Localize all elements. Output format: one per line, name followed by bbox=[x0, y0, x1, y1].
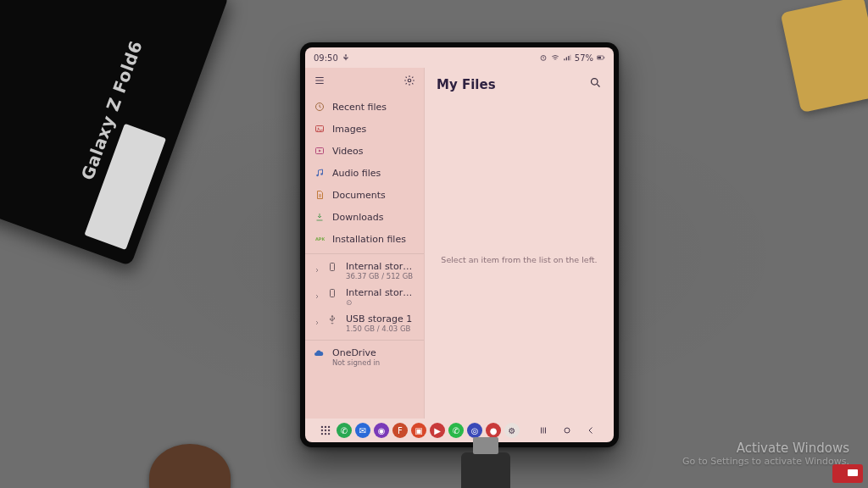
svg-rect-2 bbox=[598, 57, 601, 59]
sidebar-item-images[interactable]: Images bbox=[305, 118, 424, 140]
divider bbox=[305, 340, 424, 341]
sidebar-item-downloads[interactable]: Downloads bbox=[305, 206, 424, 228]
sidebar-item-documents[interactable]: Documents bbox=[305, 184, 424, 206]
storage-sub: 1.50 GB / 4.03 GB bbox=[346, 324, 412, 333]
svg-rect-3 bbox=[604, 57, 604, 58]
taskbar: ✆✉◉F▣▶✆◎●⚙ bbox=[305, 419, 614, 442]
svg-point-18 bbox=[321, 430, 323, 431]
nav-home[interactable] bbox=[557, 423, 577, 438]
svg-rect-13 bbox=[331, 290, 335, 297]
page-title: My Files bbox=[437, 77, 496, 92]
sidebar-item-label: Audio files bbox=[332, 168, 381, 179]
usb-adapter bbox=[461, 452, 510, 488]
svg-point-24 bbox=[565, 428, 570, 433]
battery-icon bbox=[597, 53, 605, 62]
svg-point-22 bbox=[325, 433, 326, 435]
nav-back[interactable] bbox=[581, 423, 601, 438]
sidebar-item-installation-files[interactable]: APKInstallation files bbox=[305, 228, 424, 250]
main-panel: My Files Select an item from the list on… bbox=[425, 68, 614, 419]
apps-button[interactable] bbox=[318, 423, 333, 438]
svg-point-21 bbox=[321, 433, 323, 435]
taskbar-app-5[interactable]: ▶ bbox=[430, 423, 445, 438]
taskbar-app-0[interactable]: ✆ bbox=[337, 423, 352, 438]
svg-point-14 bbox=[592, 79, 598, 86]
clock-icon bbox=[314, 101, 326, 113]
divider bbox=[305, 253, 424, 254]
sidebar-item-label: Recent files bbox=[332, 102, 387, 113]
svg-rect-12 bbox=[331, 263, 335, 271]
device-screen: 09:50 57% Recent filesIma bbox=[305, 47, 614, 442]
svg-point-19 bbox=[325, 430, 326, 431]
sidebar: Recent filesImagesVideosAudio filesDocum… bbox=[305, 68, 425, 419]
sidebar-item-videos[interactable]: Videos bbox=[305, 140, 424, 162]
svg-point-4 bbox=[408, 79, 411, 82]
cloud-icon bbox=[314, 347, 326, 361]
watermark-line1: Activate Windows bbox=[682, 441, 849, 457]
sidebar-item-recent-files[interactable]: Recent files bbox=[305, 96, 424, 118]
svg-point-20 bbox=[328, 430, 330, 431]
storage-label: USB storage 1 bbox=[346, 313, 412, 324]
phone-icon bbox=[327, 261, 339, 274]
status-bar: 09:50 57% bbox=[305, 47, 614, 68]
wifi-icon bbox=[551, 53, 559, 62]
apk-icon: APK bbox=[314, 233, 326, 245]
usb-icon bbox=[327, 313, 339, 327]
usb-status-icon bbox=[342, 53, 350, 62]
chevron-right-icon bbox=[314, 291, 320, 302]
svg-point-15 bbox=[321, 426, 323, 428]
sidebar-item-label: Videos bbox=[332, 146, 364, 157]
taskbar-app-3[interactable]: F bbox=[392, 423, 408, 438]
chevron-right-icon bbox=[314, 265, 320, 276]
download-icon bbox=[314, 211, 326, 223]
taskbar-app-2[interactable]: ◉ bbox=[374, 423, 389, 438]
sidebar-item-label: Installation files bbox=[332, 234, 406, 245]
taskbar-app-7[interactable]: ◎ bbox=[467, 423, 482, 438]
svg-text:APK: APK bbox=[315, 236, 325, 241]
svg-point-10 bbox=[320, 173, 323, 175]
battery-text: 57% bbox=[575, 53, 593, 63]
signal-icon bbox=[563, 53, 571, 62]
watermark-line2: Go to Settings to activate Windows. bbox=[682, 456, 849, 468]
music-icon bbox=[314, 167, 326, 179]
nav-recents[interactable] bbox=[533, 423, 554, 438]
sidebar-item-onedrive[interactable]: OneDrive Not signed in bbox=[305, 344, 424, 370]
sidebar-item-label: Images bbox=[332, 124, 366, 135]
phone-icon bbox=[327, 287, 339, 301]
svg-point-16 bbox=[325, 426, 326, 428]
storage-item-0[interactable]: Internal storage36.37 GB / 512 GB bbox=[305, 258, 424, 284]
play-icon bbox=[314, 145, 326, 157]
settings-button[interactable] bbox=[403, 75, 415, 89]
device-frame: 09:50 57% Recent filesIma bbox=[300, 42, 619, 447]
sidebar-item-label: Downloads bbox=[332, 212, 383, 223]
document-icon bbox=[314, 189, 326, 201]
taskbar-app-4[interactable]: ▣ bbox=[411, 423, 426, 438]
channel-logo bbox=[832, 464, 863, 483]
menu-button[interactable] bbox=[314, 75, 326, 89]
svg-point-9 bbox=[316, 175, 319, 177]
taskbar-app-1[interactable]: ✉ bbox=[355, 423, 370, 438]
cloud-sub: Not signed in bbox=[332, 358, 380, 367]
sidebar-item-audio-files[interactable]: Audio files bbox=[305, 162, 424, 184]
svg-point-23 bbox=[328, 433, 330, 435]
sidebar-item-label: Documents bbox=[332, 190, 386, 201]
taskbar-app-9[interactable]: ⚙ bbox=[504, 423, 520, 438]
alarm-icon bbox=[539, 53, 548, 62]
storage-item-1[interactable]: Internal storage (Dual...⊙ bbox=[305, 284, 424, 310]
image-icon bbox=[314, 123, 326, 135]
chevron-right-icon bbox=[314, 318, 320, 329]
empty-placeholder: Select an item from the list on the left… bbox=[441, 255, 597, 264]
svg-point-17 bbox=[328, 426, 330, 428]
storage-item-2[interactable]: USB storage 11.50 GB / 4.03 GB bbox=[305, 310, 424, 336]
taskbar-app-6[interactable]: ✆ bbox=[448, 423, 464, 438]
storage-sub: ⊙ bbox=[346, 298, 415, 307]
storage-sub: 36.37 GB / 512 GB bbox=[346, 272, 415, 280]
search-button[interactable] bbox=[589, 76, 602, 92]
status-time: 09:50 bbox=[314, 53, 338, 63]
taskbar-app-8[interactable]: ● bbox=[486, 423, 501, 438]
windows-watermark: Activate Windows Go to Settings to activ… bbox=[682, 441, 849, 469]
storage-label: Internal storage (Dual... bbox=[346, 287, 415, 298]
storage-label: Internal storage bbox=[346, 261, 415, 272]
cloud-label: OneDrive bbox=[332, 347, 380, 358]
